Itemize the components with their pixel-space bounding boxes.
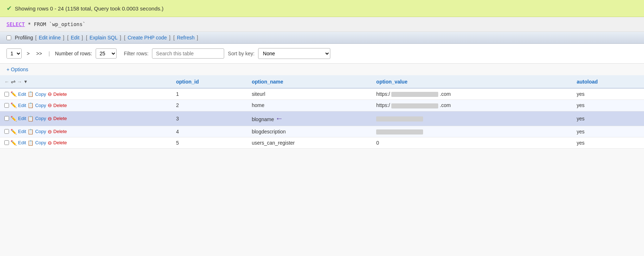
copy-link[interactable]: Copy <box>35 129 46 134</box>
value-suffix: .com <box>440 91 451 97</box>
cell-option-name: blogdescription <box>247 126 372 137</box>
sql-bar: SELECT * FROM `wp_options` <box>0 17 644 32</box>
copy-icon: 📋 <box>27 102 34 108</box>
delete-icon: ⊖ <box>48 116 52 121</box>
col-header-option-value[interactable]: option_value <box>372 75 572 88</box>
delete-link[interactable]: Delete <box>53 103 67 108</box>
delete-icon: ⊖ <box>48 102 52 108</box>
resize-left-icon: ← <box>4 79 9 85</box>
last-page-btn[interactable]: >> <box>35 50 43 57</box>
rows-label: Number of rows: <box>55 51 92 56</box>
col-header-autoload[interactable]: autoload <box>572 75 644 88</box>
cell-autoload: yes <box>572 126 644 137</box>
row-checkbox[interactable] <box>4 92 9 97</box>
edit-icon: ✏️ <box>10 102 17 108</box>
table-row: ✏️ Edit 📋 Copy ⊖ Delete 4blogdescription… <box>0 126 644 137</box>
copy-icon: 📋 <box>27 140 34 146</box>
sql-keyword: SELECT <box>6 21 25 27</box>
edit-link[interactable]: Edit <box>18 140 26 145</box>
cell-autoload: yes <box>572 111 644 126</box>
cell-option-id: 2 <box>172 100 248 111</box>
table-row: ✏️ Edit 📋 Copy ⊖ Delete 5users_can_regis… <box>0 137 644 148</box>
profiling-checkbox[interactable] <box>6 35 11 40</box>
edit-icon: ✏️ <box>10 116 17 121</box>
options-toggle[interactable]: + Options <box>0 64 644 75</box>
col-header-option-name[interactable]: option_name <box>247 75 372 88</box>
value-prefix: https:/ <box>376 102 390 108</box>
resize-right-icon: → <box>17 79 22 85</box>
cell-option-value: https:/ .com <box>372 100 572 111</box>
edit-link[interactable]: Edit <box>18 129 26 134</box>
cell-option-id: 5 <box>172 137 248 148</box>
refresh-link[interactable]: Refresh <box>177 35 195 40</box>
create-php-code-link[interactable]: Create PHP code <box>127 35 167 40</box>
copy-link[interactable]: Copy <box>35 116 46 121</box>
edit-link[interactable]: Edit <box>18 91 26 97</box>
row-actions-cell: ✏️ Edit 📋 Copy ⊖ Delete <box>0 88 172 100</box>
next-page-btn[interactable]: > <box>25 50 31 57</box>
edit-icon: ✏️ <box>10 140 17 146</box>
col-header-actions: ← ⇌ → ▼ <box>0 75 172 88</box>
toolbar-bar: Profiling [ Edit inline ] [ Edit ] [ Exp… <box>0 32 644 44</box>
cell-autoload: yes <box>572 137 644 148</box>
blurred-value <box>376 116 423 121</box>
delete-link[interactable]: Delete <box>53 140 67 145</box>
value-prefix: https:/ <box>376 91 390 97</box>
data-table: ← ⇌ → ▼ option_id option_name option_val… <box>0 75 644 149</box>
page-selector[interactable]: 1 <box>6 48 22 59</box>
page-select-dropdown[interactable]: 1 <box>7 49 21 58</box>
row-checkbox[interactable] <box>4 129 9 134</box>
edit-inline-link[interactable]: Edit inline <box>39 35 61 40</box>
delete-icon: ⊖ <box>48 129 52 135</box>
copy-link[interactable]: Copy <box>35 91 46 97</box>
blurred-value <box>391 92 438 97</box>
table-row: ✏️ Edit 📋 Copy ⊖ Delete 2homehttps:/ .co… <box>0 100 644 111</box>
edit-link[interactable]: Edit <box>18 116 26 121</box>
table-row: ✏️ Edit 📋 Copy ⊖ Delete 1siteurlhttps:/ … <box>0 88 644 100</box>
copy-link[interactable]: Copy <box>35 140 46 145</box>
edit-link[interactable]: Edit <box>71 35 79 40</box>
delete-link[interactable]: Delete <box>53 116 67 121</box>
blurred-value <box>391 103 438 108</box>
annotation-arrow: ← <box>275 114 283 123</box>
edit-link[interactable]: Edit <box>18 103 26 108</box>
sort-label: Sort by key: <box>228 51 254 56</box>
delete-link[interactable]: Delete <box>53 129 67 134</box>
success-message: Showing rows 0 - 24 (1158 total, Query t… <box>15 5 164 12</box>
blurred-value <box>376 129 423 135</box>
edit-icon: ✏️ <box>10 129 17 135</box>
row-checkbox[interactable] <box>4 140 9 145</box>
explain-sql-link[interactable]: Explain SQL <box>90 35 118 40</box>
rows-per-page-select[interactable]: 25 50 100 <box>96 48 117 59</box>
edit-icon: ✏️ <box>10 91 17 97</box>
cell-option-value <box>372 126 572 137</box>
cell-option-id: 3 <box>172 111 248 126</box>
sort-by-key-select[interactable]: None <box>258 48 330 59</box>
cell-option-name: blogname ← <box>247 111 372 126</box>
delete-icon: ⊖ <box>48 91 52 97</box>
cell-option-name: siteurl <box>247 88 372 100</box>
delete-link[interactable]: Delete <box>53 91 67 97</box>
success-bar: ✔ Showing rows 0 - 24 (1158 total, Query… <box>0 0 644 17</box>
options-label: + Options <box>6 67 28 72</box>
profiling-label: Profiling <box>15 35 33 40</box>
table-row: ✏️ Edit 📋 Copy ⊖ Delete 3blogname ←yes <box>0 111 644 126</box>
row-checkbox[interactable] <box>4 116 9 121</box>
cell-autoload: yes <box>572 88 644 100</box>
column-resize-icon[interactable]: ⇌ <box>11 78 16 85</box>
cell-option-id: 4 <box>172 126 248 137</box>
cell-option-value: https:/ .com <box>372 88 572 100</box>
copy-icon: 📋 <box>27 129 34 135</box>
copy-link[interactable]: Copy <box>35 103 46 108</box>
filter-label: Filter rows: <box>124 51 148 56</box>
sql-rest: * FROM <box>25 21 49 27</box>
pagination-bar: 1 > >> | Number of rows: 25 50 100 Filte… <box>0 44 644 64</box>
cell-option-value <box>372 111 572 126</box>
row-checkbox[interactable] <box>4 103 9 108</box>
sort-arrow-icon[interactable]: ▼ <box>23 79 28 84</box>
cell-option-name: users_can_register <box>247 137 372 148</box>
row-actions-cell: ✏️ Edit 📋 Copy ⊖ Delete <box>0 126 172 137</box>
search-input[interactable] <box>152 48 224 59</box>
value-suffix: .com <box>440 102 451 108</box>
col-header-option-id[interactable]: option_id <box>172 75 248 88</box>
